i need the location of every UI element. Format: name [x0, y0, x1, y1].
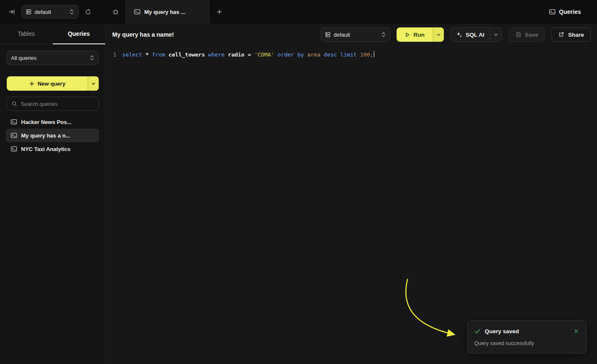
page-title: My query has a name! [112, 31, 174, 38]
toast-query-saved: Query saved Query saved successfully [467, 321, 586, 353]
line-number: 1 [113, 51, 116, 67]
tabstrip: My query has ... [105, 0, 230, 24]
tab-label: My query has ... [144, 9, 186, 15]
query-icon [11, 146, 17, 152]
search-icon [11, 101, 17, 107]
toolbar-database-selector[interactable]: default [321, 27, 390, 42]
sql-ai-button-main: SQL AI [451, 28, 490, 41]
code-token: desc [324, 51, 340, 58]
run-button[interactable]: Run [397, 27, 444, 42]
code-token: radio [228, 51, 248, 58]
save-button[interactable]: Save [508, 27, 546, 42]
query-search-box [7, 97, 99, 111]
toast-close-button[interactable] [573, 328, 580, 334]
main-header: My query has a name! default Run [106, 24, 597, 46]
run-dropdown-caret[interactable] [433, 27, 444, 42]
toast-title: Query saved [485, 328, 569, 334]
topbar-database-value: default [35, 9, 66, 15]
sidebar-tab-queries[interactable]: Queries [53, 24, 105, 44]
code-token: area [307, 51, 324, 58]
refresh-button[interactable] [83, 7, 93, 17]
new-tab-button[interactable] [209, 0, 230, 24]
plus-icon [216, 9, 222, 15]
code-token: where [208, 51, 228, 58]
save-icon [516, 32, 521, 38]
main-panel: My query has a name! default Run [106, 24, 597, 364]
save-button-label: Save [525, 32, 538, 38]
code-token: ; [370, 51, 373, 58]
sql-ai-button-label: SQL AI [466, 32, 484, 38]
new-query-dropdown-caret[interactable] [88, 76, 99, 91]
chevron-updown-icon [381, 32, 386, 38]
code-token: limit [340, 51, 360, 58]
code-line: select * from cell_towers where radio = … [122, 51, 374, 67]
tab-my-query[interactable]: My query has ... [126, 0, 209, 24]
new-query-button-main: New query [7, 76, 88, 91]
toast-message: Query saved successfully [474, 340, 580, 346]
code-token: from [152, 51, 168, 58]
toolbar: default Run [321, 27, 591, 42]
home-icon [112, 8, 119, 15]
sql-ai-dropdown-caret[interactable] [490, 28, 502, 41]
sparkle-icon [456, 32, 462, 38]
query-item-label: Hacker News Pos... [21, 119, 71, 125]
chevron-updown-icon [69, 9, 74, 15]
plus-icon [29, 81, 35, 86]
chevron-down-icon [436, 32, 441, 37]
toast-header: Query saved [474, 328, 580, 334]
sidebar-tabs: Tables Queries [0, 24, 105, 44]
chevron-down-icon [91, 81, 96, 86]
query-icon [11, 119, 17, 125]
query-filter-value: All queries [11, 55, 86, 61]
queries-button[interactable]: Queries [549, 8, 581, 15]
share-button[interactable]: Share [551, 27, 591, 42]
home-tab[interactable] [105, 0, 126, 24]
topbar-left: default [0, 5, 105, 19]
chevron-down-icon [494, 32, 498, 37]
run-button-main: Run [397, 27, 433, 42]
query-list-item[interactable]: Hacker News Pos... [6, 115, 99, 129]
share-icon [558, 32, 564, 38]
sql-ai-button[interactable]: SQL AI [450, 27, 502, 42]
query-icon [134, 8, 140, 15]
sidebar-tab-queries-label: Queries [68, 30, 90, 37]
code-token: select [122, 51, 146, 58]
query-item-label: NYC Taxi Analytics [21, 146, 70, 152]
topbar: default My query has ... [0, 0, 597, 24]
toolbar-database-value: default [334, 32, 378, 38]
code-token: order by [278, 51, 307, 58]
query-icon [11, 132, 17, 139]
topbar-database-selector[interactable]: default [22, 5, 78, 19]
sidebar-tab-tables-label: Tables [18, 30, 35, 37]
collapse-sidebar-button[interactable] [7, 7, 17, 17]
code-token: * [146, 51, 152, 58]
query-item-label: My query has a n... [21, 132, 70, 139]
search-queries-input[interactable] [21, 101, 94, 107]
query-list-item[interactable]: NYC Taxi Analytics [6, 142, 99, 156]
new-query-button-label: New query [38, 81, 65, 87]
code-token: = [248, 51, 254, 58]
query-icon [549, 8, 556, 15]
sql-editor[interactable]: 1 select * from cell_towers where radio … [106, 46, 597, 67]
query-list-item-selected[interactable]: My query has a n... [6, 129, 99, 142]
refresh-icon [85, 9, 91, 15]
topbar-right: Queries [549, 8, 597, 15]
text-cursor [374, 51, 375, 57]
code-token: 100 [360, 51, 370, 58]
code-token: 'CDMA' [254, 51, 278, 58]
code-token: cell_towers [168, 51, 208, 58]
check-icon [474, 328, 481, 334]
chevron-updown-icon [89, 55, 95, 61]
query-list: Hacker News Pos... My query has a n... N… [6, 115, 99, 156]
database-icon [325, 32, 331, 38]
play-icon [405, 32, 410, 38]
close-icon [574, 329, 579, 334]
new-query-button[interactable]: New query [7, 76, 99, 91]
query-filter-select[interactable]: All queries [7, 51, 99, 65]
collapse-sidebar-icon [8, 8, 15, 15]
sidebar-tab-tables[interactable]: Tables [0, 24, 53, 44]
share-button-label: Share [568, 32, 584, 38]
sidebar: Tables Queries All queries New query [0, 24, 105, 364]
queries-button-label: Queries [559, 8, 581, 15]
database-icon [26, 9, 32, 15]
